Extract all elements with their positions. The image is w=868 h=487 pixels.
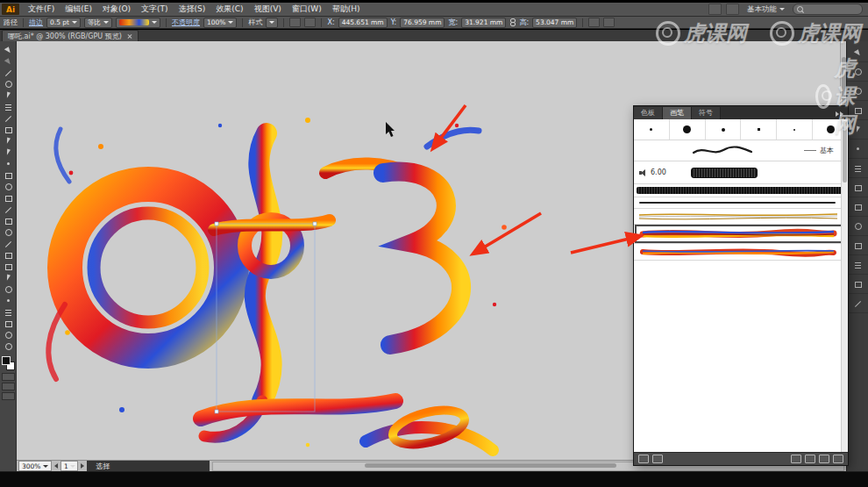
search-input[interactable] — [793, 4, 863, 15]
arrange-documents-icon[interactable] — [726, 4, 739, 15]
stroke-profile-dropdown[interactable]: 等比 — [84, 18, 112, 28]
brush-row-basic[interactable]: 基本 — [634, 140, 848, 161]
gradient-tool[interactable] — [0, 261, 17, 272]
opacity-field[interactable]: 100% — [203, 18, 237, 28]
graphic-styles-panel-icon[interactable] — [847, 236, 868, 255]
fill-swatch[interactable] — [2, 356, 11, 365]
tab-symbols[interactable]: 符号 — [692, 107, 721, 119]
brushes-panel-icon[interactable] — [847, 120, 868, 140]
lasso-tool[interactable] — [0, 78, 17, 90]
menu-file[interactable]: 文件(F) — [23, 3, 60, 16]
transparency-panel-icon[interactable] — [847, 197, 868, 217]
document-tab[interactable]: 哪吒.ai* @ 300% (RGB/GPU 预览) — [2, 30, 139, 41]
symbols-panel-icon[interactable] — [847, 140, 868, 159]
menu-effect[interactable]: 效果(C) — [210, 3, 248, 16]
pencil-tool[interactable] — [0, 147, 17, 158]
blob-brush-tool[interactable] — [0, 158, 17, 169]
artboard-tool[interactable] — [0, 318, 17, 329]
brush-dot-3pt[interactable] — [634, 119, 670, 140]
brush-definition-dropdown[interactable] — [116, 18, 160, 28]
pen-tool[interactable] — [0, 90, 17, 101]
zoom-tool[interactable] — [0, 340, 17, 352]
appearance-panel-icon[interactable] — [847, 217, 868, 236]
rectangle-tool[interactable] — [0, 124, 17, 135]
stroke-panel-icon[interactable] — [847, 159, 868, 178]
next-artboard-icon[interactable] — [81, 463, 84, 469]
constrain-proportions-icon[interactable] — [509, 18, 516, 26]
stroke-link[interactable]: 描边 — [29, 18, 43, 27]
y-field[interactable]: 76.959 mm — [400, 18, 445, 28]
close-icon[interactable] — [127, 33, 132, 39]
blend-tool[interactable] — [0, 283, 17, 295]
mesh-tool[interactable] — [0, 249, 17, 261]
tab-swatches[interactable]: 色板 — [634, 107, 663, 119]
swatches-panel-icon[interactable] — [847, 101, 868, 120]
horizontal-scrollbar-thumb[interactable] — [365, 463, 616, 468]
paintbrush-tool[interactable] — [0, 135, 17, 147]
brush-dot-square[interactable] — [741, 119, 777, 140]
brush-row-charcoal-6[interactable]: 6.00 — [634, 161, 848, 184]
brush-row-charcoal-strip[interactable] — [634, 184, 848, 197]
align-panel-icon[interactable] — [847, 294, 868, 313]
style-dropdown[interactable] — [266, 18, 278, 28]
color-guide-panel-icon[interactable] — [847, 82, 868, 101]
brush-dot-5pt[interactable] — [706, 119, 742, 140]
fill-stroke-control[interactable] — [0, 355, 17, 371]
direct-selection-tool[interactable] — [0, 55, 17, 67]
magic-wand-tool[interactable] — [0, 67, 17, 78]
brush-row-scratch[interactable] — [634, 197, 848, 209]
perspective-grid-tool[interactable] — [0, 238, 17, 249]
new-brush-icon[interactable] — [819, 455, 829, 463]
gradient-panel-icon[interactable] — [847, 178, 868, 197]
menu-edit[interactable]: 编辑(E) — [60, 3, 97, 16]
brush-dot-large[interactable] — [670, 119, 706, 140]
delete-brush-icon[interactable] — [833, 455, 843, 463]
tab-brushes[interactable]: 画笔 — [663, 107, 692, 119]
panel-scrollbar[interactable] — [841, 119, 848, 452]
brush-row-calligraphic[interactable] — [634, 119, 848, 140]
width-tool[interactable] — [0, 204, 17, 215]
free-transform-tool[interactable] — [0, 215, 17, 226]
options-of-selected-object-icon[interactable] — [805, 455, 815, 463]
eraser-tool[interactable] — [0, 169, 17, 181]
menu-select[interactable]: 选择(S) — [174, 3, 211, 16]
menu-view[interactable]: 视图(V) — [249, 3, 287, 16]
stroke-weight-field[interactable]: 0.5 pt — [46, 18, 81, 28]
draw-normal-button[interactable] — [2, 373, 15, 381]
workspace-switcher[interactable]: 基本功能 — [743, 4, 788, 15]
panel-scrollbar-thumb[interactable] — [843, 121, 847, 183]
type-tool[interactable] — [0, 101, 17, 112]
opacity-link[interactable]: 不透明度 — [172, 18, 200, 27]
x-field[interactable]: 445.651 mm — [338, 18, 388, 28]
draw-behind-button[interactable] — [2, 383, 15, 390]
brush-row-paint-2[interactable] — [634, 244, 848, 261]
brush-row-gold-lines[interactable] — [634, 209, 848, 225]
brush-dot-2pt[interactable] — [777, 119, 813, 140]
brush-row-paint-selected[interactable] — [634, 225, 848, 244]
menu-type[interactable]: 文字(T) — [136, 3, 174, 16]
menu-help[interactable]: 帮助(H) — [327, 3, 366, 16]
eyedropper-tool[interactable] — [0, 272, 17, 283]
remove-brush-stroke-icon[interactable] — [791, 455, 801, 463]
scale-tool[interactable] — [0, 192, 17, 204]
expand-panels-button[interactable] — [847, 43, 868, 62]
brush-libraries-menu-icon[interactable] — [638, 455, 649, 463]
color-panel-icon[interactable] — [847, 62, 868, 82]
artboards-panel-icon[interactable] — [847, 275, 868, 294]
screen-mode-button[interactable] — [2, 392, 15, 400]
symbol-sprayer-tool[interactable] — [0, 295, 17, 306]
menu-object[interactable]: 对象(O) — [97, 3, 136, 16]
layers-panel-icon[interactable] — [847, 255, 868, 275]
collapse-panel-icon[interactable] — [836, 111, 843, 117]
line-segment-tool[interactable] — [0, 112, 17, 124]
align-icon[interactable] — [304, 18, 316, 27]
recolor-artwork-icon[interactable] — [289, 18, 301, 27]
selection-tool[interactable] — [0, 44, 17, 55]
first-artboard-icon[interactable] — [54, 463, 58, 469]
libraries-panel-icon[interactable] — [652, 455, 663, 463]
menu-window[interactable]: 窗口(W) — [287, 3, 327, 16]
bridge-icon[interactable] — [708, 4, 722, 15]
isolate-icon[interactable] — [603, 18, 615, 27]
height-field[interactable]: 53.047 mm — [532, 18, 577, 28]
shape-builder-tool[interactable] — [0, 226, 17, 238]
